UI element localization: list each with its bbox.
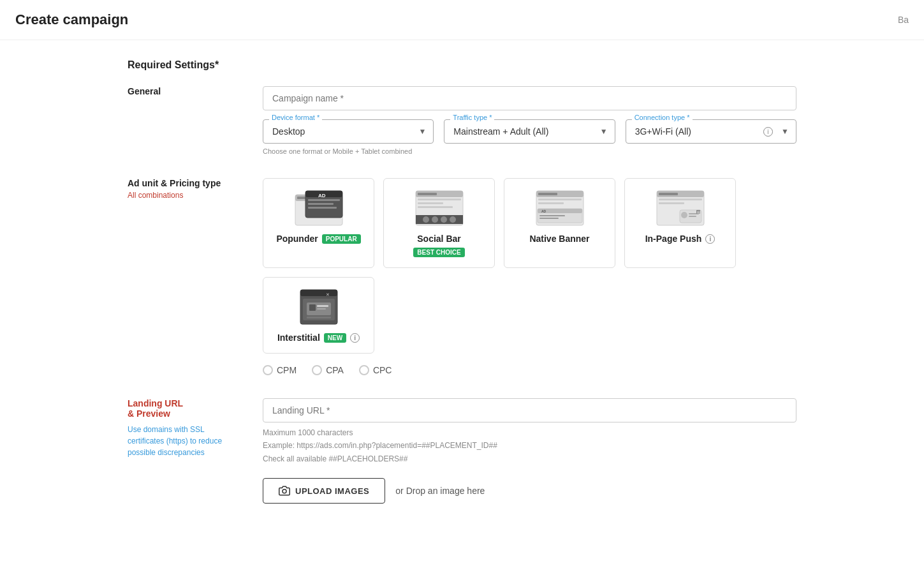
svg-rect-14 <box>418 206 453 208</box>
pricing-cpm[interactable]: CPM <box>263 365 297 375</box>
svg-rect-49 <box>307 317 331 318</box>
svg-point-50 <box>282 490 286 493</box>
svg-rect-29 <box>539 218 559 219</box>
svg-rect-13 <box>418 202 443 204</box>
interstitial-info-icon[interactable]: i <box>350 333 360 343</box>
ad-cards-grid-row2: ✕ Interstitial NEW i <box>263 277 796 354</box>
svg-rect-28 <box>539 215 565 216</box>
ad-card-nativebanner[interactable]: AD Native Banner <box>504 178 615 268</box>
device-format-label: Device format * <box>269 114 322 121</box>
general-section: General Device format * Desktop Mobile T… <box>128 86 796 155</box>
traffic-type-label: Traffic type * <box>450 114 494 121</box>
connection-type-label: Connection type * <box>632 114 693 121</box>
svg-point-18 <box>441 216 447 223</box>
cpm-label: CPM <box>277 365 297 375</box>
ad-card-inpagepush[interactable]: ▤ In-Page Push i <box>624 178 736 268</box>
svg-rect-34 <box>659 202 684 204</box>
inpagepush-info-icon[interactable]: i <box>705 234 715 244</box>
svg-point-16 <box>423 216 429 223</box>
format-hint: Choose one format or Mobile + Tablet com… <box>263 147 796 155</box>
url-check-hint: Check all available ##PLACEHOLDERS## <box>263 452 796 465</box>
device-format-wrapper: Device format * Desktop Mobile Tablet Mo… <box>263 119 434 144</box>
cpc-label: CPC <box>373 365 392 375</box>
svg-rect-38 <box>689 216 696 217</box>
ad-unit-label: Ad unit & Pricing type <box>128 178 242 188</box>
interstitial-icon: ✕ <box>293 288 344 326</box>
url-hints: Maximum 1000 characters Example: https:/… <box>263 426 796 465</box>
svg-text:AD: AD <box>541 209 546 213</box>
nativebanner-label: Native Banner <box>529 234 589 244</box>
socialbar-icon <box>414 189 465 227</box>
landing-url-hint: Use domains with SSL certificates (https… <box>128 424 242 458</box>
pricing-cpc[interactable]: CPC <box>359 365 392 375</box>
page-title: Create campaign <box>15 11 128 28</box>
cpa-radio-circle <box>312 365 322 375</box>
svg-rect-32 <box>659 193 678 195</box>
popunder-label: Popunder POPULAR <box>276 234 360 244</box>
svg-rect-46 <box>309 304 316 311</box>
socialbar-badge: BEST CHOICE <box>413 248 464 257</box>
upload-row: UPLOAD IMAGES or Drop an image here <box>263 478 796 504</box>
connection-info-icon[interactable]: i <box>763 127 773 137</box>
campaign-name-input[interactable] <box>263 86 796 110</box>
connection-type-value: 3G+Wi-Fi (All) <box>635 126 763 137</box>
ad-card-interstitial[interactable]: ✕ Interstitial NEW i <box>263 277 374 354</box>
ad-unit-section: Ad unit & Pricing type All combinations … <box>128 178 796 375</box>
popunder-icon: AD <box>293 189 344 227</box>
svg-rect-24 <box>538 202 564 204</box>
socialbar-label: Social Bar BEST CHOICE <box>397 234 481 257</box>
svg-rect-48 <box>317 308 326 310</box>
nativebanner-icon: AD <box>534 189 585 227</box>
svg-rect-8 <box>308 207 337 209</box>
svg-rect-22 <box>538 193 557 195</box>
interstitial-label: Interstitial NEW i <box>277 333 360 343</box>
inpagepush-icon: ▤ <box>655 189 706 227</box>
pricing-cpa[interactable]: CPA <box>312 365 344 375</box>
traffic-type-wrapper: Traffic type * Mainstream + Adult (All) … <box>444 119 615 144</box>
svg-rect-42 <box>300 290 337 296</box>
svg-rect-33 <box>659 198 702 200</box>
section-title: Required Settings* <box>128 59 796 71</box>
ad-card-socialbar[interactable]: Social Bar BEST CHOICE <box>383 178 495 268</box>
ad-unit-sublabel: All combinations <box>128 191 242 200</box>
svg-text:▤: ▤ <box>697 210 700 214</box>
url-example-hint: Example: https://ads.com/in.php?placemen… <box>263 439 796 452</box>
url-max-hint: Maximum 1000 characters <box>263 426 796 439</box>
svg-text:AD: AD <box>318 193 326 198</box>
camera-icon <box>279 485 290 497</box>
upload-or-text: or Drop an image here <box>395 486 485 496</box>
svg-rect-47 <box>317 305 328 307</box>
device-format-select[interactable]: Desktop Mobile Tablet Mobile + Tablet <box>263 119 434 144</box>
svg-rect-23 <box>538 198 582 200</box>
landing-url-section: Landing URL & Preview Use domains with S… <box>128 398 796 504</box>
popunder-badge: POPULAR <box>322 234 361 244</box>
ad-cards-grid: AD Popunder POPULAR <box>263 178 796 268</box>
inpagepush-label: In-Page Push i <box>645 234 715 244</box>
svg-rect-6 <box>308 199 340 201</box>
traffic-type-select[interactable]: Mainstream + Adult (All) Mainstream Adul… <box>444 119 615 144</box>
svg-point-17 <box>432 216 438 223</box>
pricing-row: CPM CPA CPC <box>263 365 796 375</box>
upload-images-label: UPLOAD IMAGES <box>295 486 369 496</box>
svg-rect-11 <box>418 193 437 195</box>
svg-point-36 <box>681 212 687 218</box>
upload-images-button[interactable]: UPLOAD IMAGES <box>263 478 385 504</box>
cpm-radio-circle <box>263 365 273 375</box>
svg-rect-12 <box>418 198 461 200</box>
back-label[interactable]: Ba <box>898 15 909 25</box>
connection-type-wrapper: Connection type * 3G+Wi-Fi (All) i ▼ <box>626 119 796 144</box>
interstitial-badge: NEW <box>324 333 346 343</box>
cpa-label: CPA <box>326 365 344 375</box>
svg-rect-7 <box>308 203 334 205</box>
svg-point-19 <box>450 216 456 223</box>
ad-card-popunder[interactable]: AD Popunder POPULAR <box>263 178 374 268</box>
landing-url-label: Landing URL & Preview <box>128 398 242 419</box>
general-label: General <box>128 86 242 96</box>
svg-text:✕: ✕ <box>326 292 330 297</box>
landing-url-input[interactable] <box>263 398 796 422</box>
cpc-radio-circle <box>359 365 369 375</box>
